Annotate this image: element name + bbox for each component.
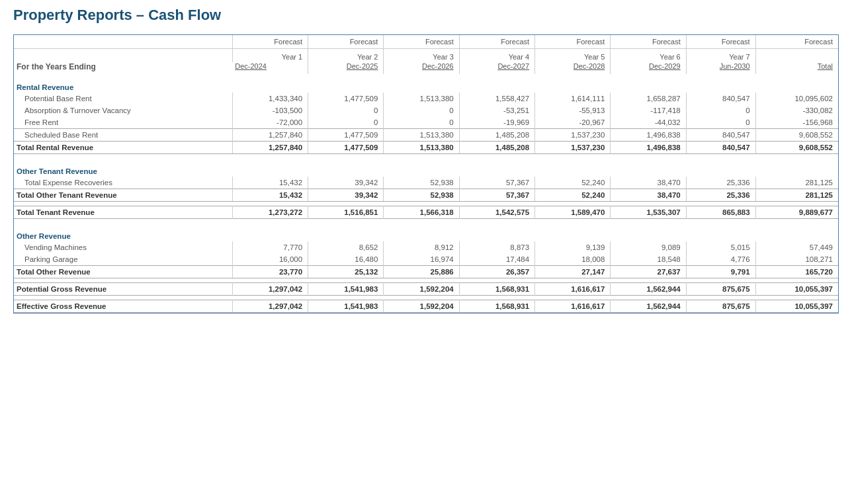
year-5: Year 5 (535, 49, 611, 63)
table-row: Total Expense Recoveries15,43239,34252,9… (14, 177, 838, 189)
table-row: Other Revenue (14, 223, 838, 241)
forecast-header-row: Forecast Forecast Forecast Forecast Fore… (14, 35, 838, 49)
row-value: 25,132 (308, 266, 384, 278)
row-value: 52,938 (384, 177, 459, 189)
row-value: -53,251 (459, 105, 534, 116)
row-value: 1,616,617 (535, 300, 611, 313)
page-title: Property Reports – Cash Flow (13, 7, 839, 24)
row-value: 9,608,552 (755, 142, 838, 154)
date-2: Dec-2025 (308, 62, 384, 74)
row-value: 281,125 (755, 189, 838, 202)
row-label: Effective Gross Revenue (14, 300, 232, 313)
row-value: 108,271 (755, 253, 838, 266)
row-value: 27,147 (535, 266, 611, 278)
row-value: 1,592,204 (384, 300, 459, 313)
spacer-row (14, 296, 838, 300)
table-row: Effective Gross Revenue1,297,0421,541,98… (14, 300, 838, 313)
row-value: 840,547 (686, 93, 755, 105)
date-4: Dec-2027 (459, 62, 534, 74)
row-value: 9,791 (686, 266, 755, 278)
row-value: 23,770 (232, 266, 308, 278)
row-value: 57,367 (459, 177, 534, 189)
table-row: Potential Gross Revenue1,297,0421,541,98… (14, 283, 838, 296)
year-2: Year 2 (308, 49, 384, 63)
row-value: 1,273,272 (232, 206, 308, 219)
row-value: 1,257,840 (232, 142, 308, 154)
row-value: 38,470 (611, 177, 686, 189)
row-value: 840,547 (686, 142, 755, 154)
row-value: -20,967 (535, 116, 611, 129)
section-header-label: Other Tenant Revenue (14, 158, 838, 177)
row-value: 9,089 (611, 241, 686, 253)
row-value: 15,432 (232, 189, 308, 202)
row-value: 1,558,427 (459, 93, 534, 105)
table-row: Rental Revenue (14, 74, 838, 93)
row-label: Total Tenant Revenue (14, 206, 232, 219)
row-value: 865,883 (686, 206, 755, 219)
row-value: 1,537,230 (535, 142, 611, 154)
table-row: Total Tenant Revenue1,273,2721,516,8511,… (14, 206, 838, 219)
section-header-label: Other Revenue (14, 223, 838, 241)
row-value: 8,912 (384, 241, 459, 253)
year-1: Year 1 (232, 49, 308, 63)
row-label: Total Other Tenant Revenue (14, 189, 232, 202)
for-years-label: For the Years Ending (14, 49, 232, 75)
row-value: 1,477,509 (308, 93, 384, 105)
row-value: -330,082 (755, 105, 838, 116)
row-value: 10,055,397 (755, 283, 838, 296)
spacer-row (14, 278, 838, 283)
row-value: 1,496,838 (611, 129, 686, 142)
row-value: 1,562,944 (611, 283, 686, 296)
row-value: 840,547 (686, 129, 755, 142)
row-value: 875,675 (686, 283, 755, 296)
row-value: 25,336 (686, 189, 755, 202)
row-label: Absorption & Turnover Vacancy (14, 105, 232, 116)
table-row: Scheduled Base Rent1,257,8401,477,5091,5… (14, 129, 838, 142)
row-value: 9,889,677 (755, 206, 838, 219)
row-value: 57,449 (755, 241, 838, 253)
row-value: 9,139 (535, 241, 611, 253)
empty-header (14, 35, 232, 49)
row-value: 17,484 (459, 253, 534, 266)
row-value: 0 (686, 116, 755, 129)
row-label: Total Expense Recoveries (14, 177, 232, 189)
table-row: Total Other Revenue23,77025,13225,88626,… (14, 266, 838, 278)
row-value: 1,658,287 (611, 93, 686, 105)
row-value: -117,418 (611, 105, 686, 116)
table-row: Parking Garage16,00016,48016,97417,48418… (14, 253, 838, 266)
section-header-label: Rental Revenue (14, 74, 838, 93)
table-row: Total Rental Revenue1,257,8401,477,5091,… (14, 142, 838, 154)
row-value: 7,770 (232, 241, 308, 253)
row-value: -19,969 (459, 116, 534, 129)
row-value: -103,500 (232, 105, 308, 116)
forecast-col-3: Forecast (384, 35, 459, 49)
row-value: 9,608,552 (755, 129, 838, 142)
row-value: 38,470 (611, 189, 686, 202)
row-value: 1,568,931 (459, 300, 534, 313)
row-value: 39,342 (308, 177, 384, 189)
row-value: 1,485,208 (459, 129, 534, 142)
forecast-col-5: Forecast (535, 35, 611, 49)
year-3: Year 3 (384, 49, 459, 63)
row-value: 25,886 (384, 266, 459, 278)
row-value: 25,336 (686, 177, 755, 189)
row-value: 165,720 (755, 266, 838, 278)
row-label: Potential Gross Revenue (14, 283, 232, 296)
row-value: -44,032 (611, 116, 686, 129)
row-value: -72,000 (232, 116, 308, 129)
row-value: -156,968 (755, 116, 838, 129)
row-value: 16,480 (308, 253, 384, 266)
row-value: 52,240 (535, 177, 611, 189)
date-1: Dec-2024 (232, 62, 308, 74)
forecast-col-6: Forecast (611, 35, 686, 49)
row-value: 1,257,840 (232, 129, 308, 142)
forecast-col-2: Forecast (308, 35, 384, 49)
row-value: 1,516,851 (308, 206, 384, 219)
row-label: Free Rent (14, 116, 232, 129)
row-value: 52,240 (535, 189, 611, 202)
date-7: Jun-2030 (686, 62, 755, 74)
row-value: 0 (384, 105, 459, 116)
table-row: Total Other Tenant Revenue15,43239,34252… (14, 189, 838, 202)
year-4: Year 4 (459, 49, 534, 63)
row-value: 8,652 (308, 241, 384, 253)
